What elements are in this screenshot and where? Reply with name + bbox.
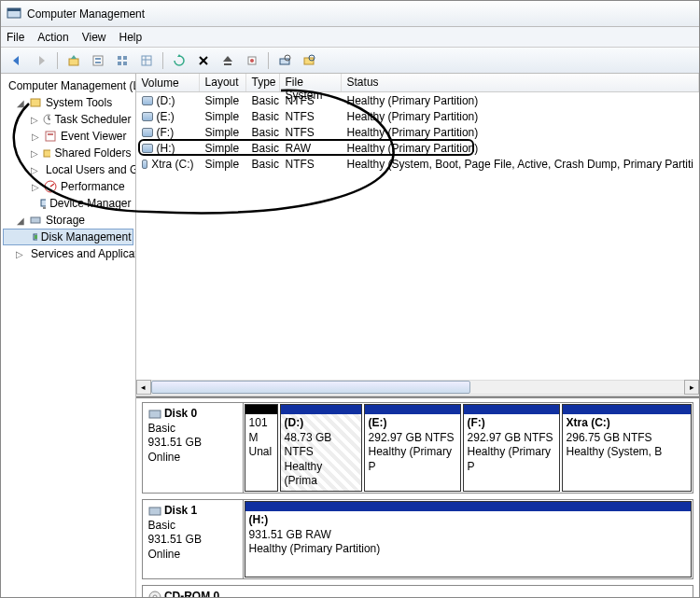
partition-e[interactable]: (E:)292.97 GB NTFSHealthy (Primary P [364, 404, 461, 492]
svg-rect-5 [95, 62, 101, 63]
nav-tree: Computer Management (Local ◢System Tools… [1, 74, 136, 597]
volume-row[interactable]: Xtra (C:) SimpleBasicNTFSHealthy (System… [136, 156, 699, 172]
tree-services[interactable]: ▷Services and Applications [3, 245, 133, 262]
disk-0[interactable]: Disk 0 Basic 931.51 GB Online 101 MUnal … [142, 402, 693, 494]
col-volume[interactable]: Volume [136, 74, 200, 91]
partition-f[interactable]: (F:)292.97 GB NTFSHealthy (Primary P [463, 404, 560, 492]
col-fs[interactable]: File System [280, 74, 342, 91]
app-icon [7, 7, 21, 21]
svg-rect-16 [280, 59, 289, 64]
settings-button[interactable] [242, 50, 262, 71]
svg-rect-40 [149, 410, 161, 418]
svg-rect-27 [44, 150, 50, 157]
delete-button[interactable] [193, 50, 214, 71]
partition-d[interactable]: (D:)48.73 GB NTFSHealthy (Prima [280, 404, 362, 492]
tree-root[interactable]: Computer Management (Local [3, 77, 133, 94]
menubar: File Action View Help [1, 27, 699, 48]
tree-storage[interactable]: ◢Storage [3, 212, 133, 229]
svg-rect-4 [95, 58, 101, 60]
menu-view[interactable]: View [82, 31, 106, 44]
col-layout[interactable]: Layout [200, 74, 246, 91]
menu-action[interactable]: Action [37, 31, 68, 44]
disk-label: Disk 1 Basic 931.51 GB Online [143, 500, 244, 578]
svg-rect-7 [123, 56, 127, 60]
properties-button[interactable] [88, 50, 108, 71]
titlebar: Computer Management [1, 1, 699, 27]
toolbar [1, 48, 699, 74]
col-type[interactable]: Type [246, 74, 280, 91]
scan-button[interactable] [274, 50, 295, 71]
eject-button[interactable] [217, 50, 238, 71]
volume-row[interactable]: (F:) SimpleBasicNTFSHealthy (Primary Par… [136, 124, 699, 140]
svg-point-43 [153, 595, 157, 597]
svg-rect-9 [123, 62, 127, 65]
volume-list: Volume Layout Type File System Status (D… [136, 74, 699, 396]
drive-icon [142, 96, 153, 105]
col-status[interactable]: Status [342, 74, 699, 91]
svg-rect-10 [142, 56, 151, 65]
back-button[interactable] [7, 50, 27, 71]
disk-label: CD-ROM 0 DVD (G:) No Media [143, 586, 244, 597]
svg-rect-34 [43, 207, 46, 209]
disk-label: Disk 0 Basic 931.51 GB Online [143, 403, 244, 493]
svg-rect-8 [118, 62, 121, 65]
menu-file[interactable]: File [7, 31, 24, 44]
tree-event-viewer[interactable]: ▷Event Viewer [3, 128, 133, 145]
svg-rect-37 [35, 235, 37, 239]
drive-icon [142, 160, 148, 169]
svg-rect-13 [224, 63, 231, 65]
forward-button[interactable] [31, 50, 51, 71]
tree-performance[interactable]: ▷Performance [3, 178, 133, 195]
refresh-button[interactable] [169, 50, 189, 71]
tree-device-manager[interactable]: Device Manager [3, 195, 133, 212]
tree-local-users[interactable]: ▷Local Users and Groups [3, 161, 133, 178]
tree-shared-folders[interactable]: ▷Shared Folders [3, 145, 133, 161]
scroll-left-icon[interactable]: ◂ [136, 380, 151, 395]
svg-rect-6 [118, 56, 121, 60]
svg-rect-1 [7, 8, 21, 11]
up-button[interactable] [63, 50, 84, 71]
detail-view-button[interactable] [136, 50, 157, 71]
partition-h[interactable]: (H:)931.51 GB RAWHealthy (Primary Partit… [245, 501, 692, 577]
menu-help[interactable]: Help [119, 31, 143, 44]
drive-icon [142, 128, 153, 137]
partition-c[interactable]: Xtra (C:)296.75 GB NTFSHealthy (System, … [562, 404, 692, 492]
window-title: Computer Management [27, 7, 145, 21]
svg-rect-33 [41, 200, 46, 206]
svg-rect-3 [93, 56, 103, 65]
help-icon-button[interactable] [299, 50, 319, 71]
partition-unallocated[interactable]: 101 MUnal [245, 404, 278, 492]
svg-rect-41 [149, 508, 161, 515]
svg-rect-21 [31, 99, 40, 106]
svg-rect-35 [31, 217, 40, 223]
disk-layout-pane: Disk 0 Basic 931.51 GB Online 101 MUnal … [136, 396, 699, 597]
disk-1[interactable]: Disk 1 Basic 931.51 GB Online (H:)931.51… [142, 499, 693, 579]
drive-icon [142, 144, 153, 153]
volume-row[interactable]: (H:) SimpleBasicRAWHealthy (Primary Part… [136, 140, 699, 156]
list-view-button[interactable] [112, 50, 133, 71]
volume-row[interactable]: (E:) SimpleBasicNTFSHealthy (Primary Par… [136, 108, 699, 124]
tree-disk-management[interactable]: Disk Management [3, 229, 133, 245]
cdrom-0[interactable]: CD-ROM 0 DVD (G:) No Media [142, 585, 693, 597]
svg-rect-2 [69, 59, 78, 65]
scroll-right-icon[interactable]: ▸ [684, 380, 699, 395]
svg-rect-26 [48, 133, 53, 135]
tree-system-tools[interactable]: ◢System Tools [3, 94, 133, 111]
svg-point-15 [250, 59, 254, 63]
svg-rect-25 [46, 132, 55, 141]
volume-row[interactable]: (D:) SimpleBasicNTFSHealthy (Primary Par… [136, 92, 699, 108]
horizontal-scrollbar[interactable]: ◂ ▸ [136, 379, 699, 396]
drive-icon [142, 112, 153, 121]
tree-task-scheduler[interactable]: ▷Task Scheduler [3, 111, 133, 128]
volume-header: Volume Layout Type File System Status [136, 74, 699, 92]
